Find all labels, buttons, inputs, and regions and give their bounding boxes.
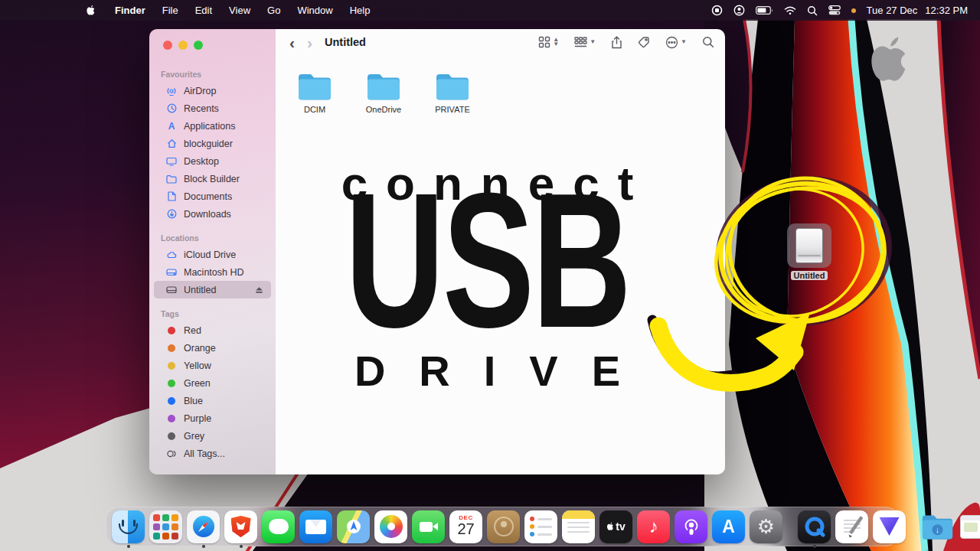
- menu-date[interactable]: Tue 27 Dec: [867, 5, 918, 16]
- sidebar-item-all-tags[interactable]: All Tags...: [154, 445, 271, 462]
- overlay-text-usb: USB: [335, 165, 639, 357]
- folder-name: PRIVATE: [435, 105, 469, 114]
- screen-recording-icon[interactable]: [711, 5, 723, 16]
- minimize-button[interactable]: [178, 41, 188, 50]
- dock-app-store[interactable]: A: [712, 510, 745, 543]
- battery-icon[interactable]: [756, 6, 773, 15]
- dock-music[interactable]: ♪: [637, 510, 670, 543]
- sidebar-item-label: Macintosh HD: [184, 267, 244, 278]
- sidebar-item-downloads[interactable]: Downloads: [154, 205, 271, 223]
- running-indicator: [813, 545, 816, 548]
- overlay-text-drive: DRIVE: [276, 346, 725, 396]
- dock-contacts[interactable]: [487, 510, 520, 543]
- sidebar-item-desktop[interactable]: Desktop: [154, 152, 271, 170]
- app-store-icon: A: [712, 510, 745, 543]
- menu-view[interactable]: View: [221, 5, 258, 16]
- wifi-icon[interactable]: [784, 6, 796, 15]
- folder-icon: [165, 174, 178, 184]
- dock-safari[interactable]: [187, 510, 220, 543]
- dock-messages[interactable]: [262, 510, 295, 543]
- sidebar-item-macintosh-hd[interactable]: Macintosh HD: [154, 263, 271, 281]
- control-center-icon[interactable]: [828, 5, 841, 15]
- dock-textedit[interactable]: [835, 510, 868, 543]
- sidebar-item-label: Untitled: [184, 285, 216, 295]
- chevron-updown-icon: ▲▼: [553, 37, 559, 47]
- tag-button[interactable]: [638, 36, 650, 48]
- sidebar-tag-orange[interactable]: Orange: [154, 339, 271, 357]
- menu-help[interactable]: Help: [342, 5, 378, 16]
- user-account-icon[interactable]: [733, 5, 745, 16]
- sidebar-item-recents[interactable]: Recents: [154, 99, 271, 117]
- sidebar-tag-yellow[interactable]: Yellow: [154, 357, 271, 374]
- menu-window[interactable]: Window: [289, 5, 340, 16]
- download-icon: [165, 209, 178, 219]
- safari-icon: [187, 510, 220, 543]
- sidebar-tag-green[interactable]: Green: [154, 374, 271, 392]
- dock-apple-tv[interactable]: tv: [599, 510, 632, 543]
- menu-file[interactable]: File: [155, 5, 186, 16]
- more-options-button[interactable]: ▼: [665, 36, 687, 49]
- dock-photos[interactable]: [374, 510, 407, 543]
- dock-system-settings[interactable]: ⚙: [750, 510, 782, 543]
- dock-launchpad[interactable]: [149, 510, 182, 543]
- dock-quicktime[interactable]: [798, 510, 831, 543]
- dock-screenshot-file[interactable]: [959, 510, 980, 543]
- sidebar-item-airdrop[interactable]: AirDrop: [154, 82, 271, 99]
- desktop-usb-drive[interactable]: Untitled: [779, 223, 839, 282]
- dock-notes[interactable]: [562, 510, 595, 543]
- dock-downloads-folder[interactable]: ↓: [921, 510, 954, 543]
- document-icon: [165, 191, 178, 201]
- forward-button[interactable]: ›: [307, 34, 312, 51]
- sidebar-item-icloud-drive[interactable]: iCloud Drive: [154, 246, 271, 263]
- sidebar-tag-purple[interactable]: Purple: [154, 409, 271, 427]
- apple-menu-icon[interactable]: [86, 5, 96, 17]
- dock-brave[interactable]: [224, 510, 257, 543]
- dock-finder[interactable]: [112, 510, 145, 543]
- sidebar-item-blockguider[interactable]: blockguider: [154, 135, 271, 152]
- folder-dcim[interactable]: DCIM: [297, 72, 332, 114]
- menu-edit[interactable]: Edit: [188, 5, 220, 16]
- chevron-down-icon: ▼: [681, 40, 687, 44]
- dock-calendar[interactable]: DEC 27: [449, 510, 482, 543]
- dock-vn-video-editor[interactable]: [873, 510, 906, 543]
- sidebar-item-label: iCloud Drive: [184, 249, 236, 260]
- menu-go[interactable]: Go: [260, 5, 288, 16]
- blue-tag-icon: [165, 397, 178, 405]
- icon-view-button[interactable]: ▲▼: [538, 36, 559, 48]
- sidebar-tag-blue[interactable]: Blue: [154, 392, 271, 409]
- sidebar-item-block-builder[interactable]: Block Builder: [154, 170, 271, 187]
- dock-reminders[interactable]: [524, 510, 557, 543]
- sidebar-tag-grey[interactable]: Grey: [154, 427, 271, 445]
- back-button[interactable]: ‹: [289, 34, 295, 51]
- spotlight-search-icon[interactable]: [807, 5, 818, 16]
- folder-private[interactable]: PRIVATE: [435, 72, 470, 114]
- usb-drive-label: Untitled: [791, 271, 828, 280]
- dock-facetime[interactable]: [412, 510, 445, 543]
- sidebar-item-documents[interactable]: Documents: [154, 187, 271, 205]
- eject-icon[interactable]: [255, 286, 263, 294]
- folder-onedrive[interactable]: OneDrive: [366, 72, 401, 114]
- sidebar-tag-red[interactable]: Red: [154, 321, 271, 339]
- search-button[interactable]: [702, 36, 714, 48]
- status-orange-dot: [851, 8, 856, 13]
- messages-icon: [262, 510, 295, 543]
- menu-clock[interactable]: 12:32 PM: [925, 5, 968, 16]
- sidebar-item-applications[interactable]: A Applications: [154, 117, 271, 135]
- cloud-icon: [165, 250, 178, 259]
- window-controls: [163, 41, 276, 50]
- music-icon: ♪: [637, 510, 670, 543]
- sidebar-item-untitled-usb[interactable]: Untitled: [154, 281, 271, 298]
- share-button[interactable]: [611, 36, 622, 49]
- group-by-button[interactable]: ▼: [574, 37, 596, 48]
- menu-app-name[interactable]: Finder: [107, 5, 153, 16]
- dock-mail[interactable]: [299, 510, 332, 543]
- sidebar-section-tags: Tags: [161, 309, 276, 318]
- sidebar-item-label: AirDrop: [184, 86, 216, 96]
- dock-podcasts[interactable]: [675, 510, 707, 543]
- dock-maps[interactable]: [337, 510, 370, 543]
- menu-bar: Finder File Edit View Go Window Help: [0, 0, 980, 21]
- window-title: Untitled: [325, 36, 366, 48]
- dock: DEC 27 tv ♪: [106, 507, 899, 546]
- close-button[interactable]: [163, 41, 172, 50]
- zoom-button[interactable]: [194, 41, 203, 50]
